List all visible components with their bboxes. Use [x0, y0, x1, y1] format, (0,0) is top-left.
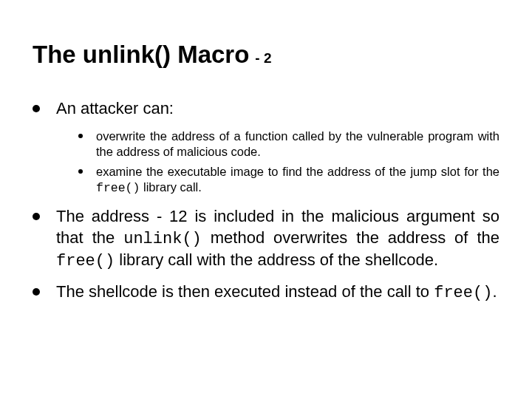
bullet-icon — [33, 105, 40, 112]
bullet-icon — [78, 134, 83, 138]
code-segment: free() — [96, 181, 140, 195]
text-segment: library call. — [140, 180, 201, 194]
slide-title-suffix: - 2 — [255, 50, 271, 66]
list-item: overwrite the address of a function call… — [78, 129, 499, 160]
list-item-text: The shellcode is then executed instead o… — [56, 282, 499, 304]
list-item: An attacker can: — [33, 98, 499, 120]
list-item: examine the executable image to find the… — [78, 164, 499, 196]
code-segment: unlink() — [123, 230, 202, 248]
code-segment: free() — [56, 252, 115, 270]
bullet-icon — [33, 288, 40, 296]
text-segment: library call with the address of the she… — [115, 250, 438, 269]
text-segment: method overwrites the address of the — [202, 228, 499, 247]
code-segment: free() — [434, 284, 492, 302]
bullet-icon — [33, 213, 40, 220]
list-item: The address - 12 is included in the mali… — [33, 206, 499, 273]
list-item: The shellcode is then executed instead o… — [33, 282, 499, 304]
text-segment: examine the executable image to find the… — [96, 165, 499, 178]
list-item-text: An attacker can: — [56, 98, 499, 120]
text-segment: . — [492, 282, 497, 301]
list-item-text: overwrite the address of a function call… — [96, 129, 499, 160]
slide-content: An attacker can: overwrite the address o… — [33, 98, 499, 304]
text-segment: The shellcode is then executed instead o… — [56, 282, 434, 301]
list-item-text: examine the executable image to find the… — [96, 164, 499, 196]
slide: The unlink() Macro - 2 An attacker can: … — [0, 0, 532, 399]
bullet-icon — [78, 169, 83, 174]
slide-title-row: The unlink() Macro - 2 — [33, 41, 499, 69]
list-item-text: The address - 12 is included in the mali… — [56, 206, 499, 273]
slide-title: The unlink() Macro — [33, 41, 249, 69]
sublist: overwrite the address of a function call… — [78, 129, 499, 196]
